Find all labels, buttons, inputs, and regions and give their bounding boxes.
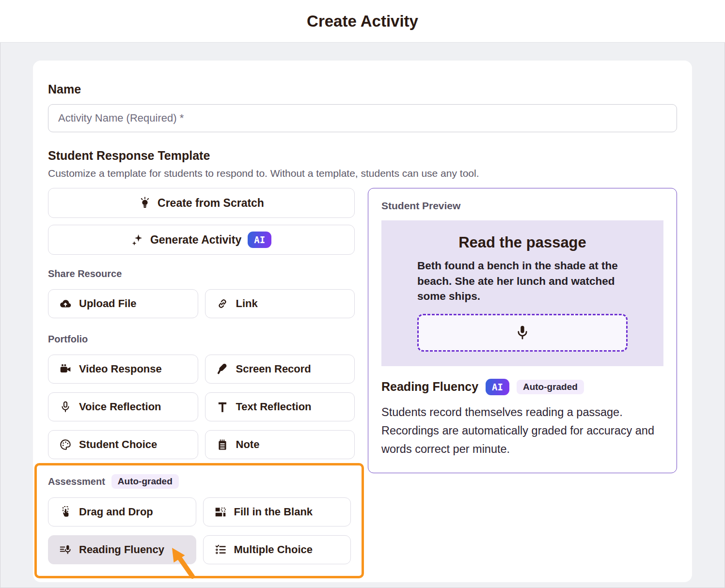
dialog-header: Create Activity [0, 0, 725, 43]
tile-label: Link [236, 297, 258, 310]
template-options-column: Create from Scratch Generate Activity AI… [48, 188, 355, 578]
tool-name: Reading Fluency [381, 380, 478, 394]
create-activity-page: { "window": { "title": "Create Activity"… [0, 0, 725, 588]
tile-label: Text Reflection [236, 401, 312, 413]
assessment-grid: Drag and Drop Fill in the Blank Reading … [48, 497, 351, 564]
tile-label: Video Response [79, 363, 162, 375]
tile-label: Voice Reflection [79, 401, 161, 413]
assessment-title: Assessment [48, 476, 105, 487]
tile-label: Upload File [79, 297, 137, 310]
passage-prompt-title: Read the passage [417, 234, 628, 251]
drag-drop-icon [59, 506, 72, 518]
ai-badge: AI [248, 232, 271, 248]
passage-text: Beth found a bench in the shade at the b… [417, 258, 628, 304]
tile-label: Student Choice [79, 438, 157, 451]
template-section-hint: Customize a template for students to res… [48, 168, 677, 179]
reading-fluency-icon [59, 543, 72, 556]
tile-drag-and-drop[interactable]: Drag and Drop [48, 497, 196, 526]
tile-student-choice[interactable]: Student Choice [48, 430, 198, 459]
tile-label: Fill in the Blank [234, 506, 313, 518]
activity-name-input[interactable] [48, 104, 677, 132]
create-from-scratch-button[interactable]: Create from Scratch [48, 188, 355, 218]
tile-screen-record[interactable]: Screen Record [205, 355, 355, 384]
pointer-arrow [171, 546, 198, 580]
note-icon [216, 438, 229, 451]
record-button[interactable] [417, 314, 628, 352]
tile-multiple-choice[interactable]: Multiple Choice [203, 535, 351, 564]
page-title: Create Activity [307, 12, 418, 31]
microphone-icon [59, 401, 72, 413]
auto-graded-badge: Auto-graded [111, 474, 179, 489]
tile-text-reflection[interactable]: Text Reflection [205, 392, 355, 421]
generate-activity-button[interactable]: Generate Activity AI [48, 225, 355, 255]
assessment-highlight-box: Assessment Auto-graded Drag and Drop [34, 463, 364, 578]
name-label: Name [48, 82, 677, 96]
tool-description: Students record themselves reading a pas… [381, 403, 663, 458]
portfolio-title: Portfolio [48, 334, 355, 345]
share-resource-grid: Upload File Link [48, 289, 355, 318]
tile-video-response[interactable]: Video Response [48, 355, 198, 384]
video-camera-icon [59, 363, 72, 375]
assessment-header: Assessment Auto-graded [48, 474, 351, 489]
portfolio-grid: Video Response Screen Record Voice Refle… [48, 355, 355, 459]
tile-label: Drag and Drop [79, 506, 153, 518]
bulb-sparkle-icon [139, 197, 151, 209]
tile-label: Multiple Choice [234, 543, 313, 556]
tool-info-row: Reading Fluency AI Auto-graded [381, 379, 663, 395]
student-preview-panel: Student Preview Read the passage Beth fo… [368, 188, 677, 473]
tile-voice-reflection[interactable]: Voice Reflection [48, 392, 198, 421]
microphone-purple-icon [514, 325, 531, 341]
tile-label: Reading Fluency [79, 543, 164, 556]
generate-activity-label: Generate Activity [150, 233, 241, 247]
tile-label: Screen Record [236, 363, 311, 375]
create-activity-card: Name Student Response Template Customize… [33, 61, 692, 582]
tile-label: Note [236, 438, 260, 451]
fill-blank-icon [214, 506, 227, 518]
screen-record-icon [216, 363, 229, 375]
share-resource-title: Share Resource [48, 268, 355, 279]
student-preview-stage: Read the passage Beth found a bench in t… [381, 220, 663, 366]
template-section-title: Student Response Template [48, 149, 677, 163]
link-icon [216, 297, 229, 310]
tile-upload-file[interactable]: Upload File [48, 289, 198, 318]
sparkles-icon [131, 233, 144, 246]
auto-graded-badge: Auto-graded [517, 380, 584, 394]
tile-note[interactable]: Note [205, 430, 355, 459]
cloud-upload-icon [59, 297, 72, 310]
tile-link[interactable]: Link [205, 289, 355, 318]
multiple-choice-icon [214, 543, 227, 556]
student-preview-title: Student Preview [381, 200, 663, 212]
text-icon [216, 401, 229, 413]
palette-icon [59, 438, 72, 451]
create-from-scratch-label: Create from Scratch [158, 197, 264, 210]
ai-badge: AI [486, 379, 509, 395]
content-columns: Create from Scratch Generate Activity AI… [48, 188, 677, 578]
tile-fill-in-the-blank[interactable]: Fill in the Blank [203, 497, 351, 526]
